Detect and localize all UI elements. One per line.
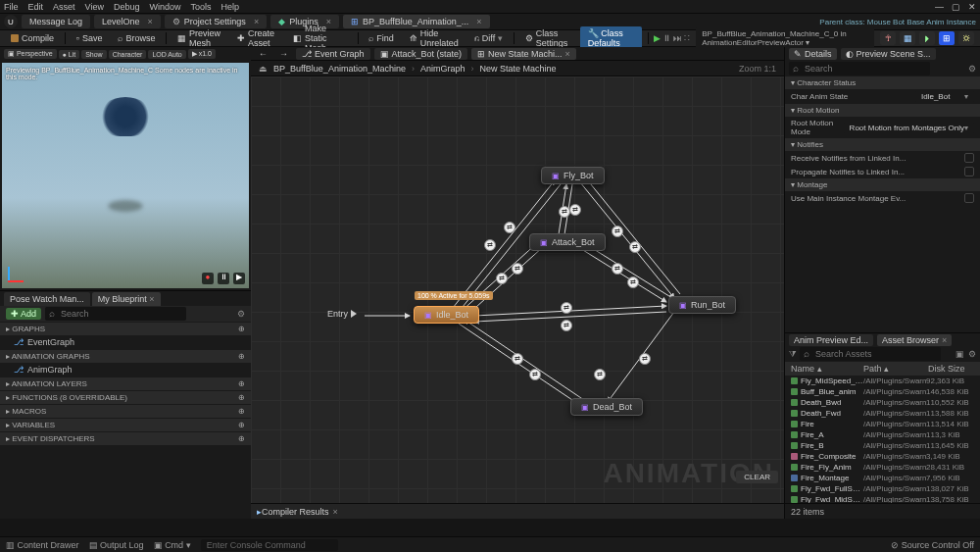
tree-group[interactable]: ▸ ANIMATION GRAPHS⊕: [0, 349, 251, 363]
state-node-run[interactable]: ▣Run_Bot: [668, 296, 736, 314]
preview-viewport[interactable]: Previewing BP_BuffBlue_Animation_Machine…: [2, 63, 249, 288]
filter-icon[interactable]: ⧩: [789, 349, 797, 360]
state-node-dead[interactable]: ▣Dead_Bot: [570, 398, 643, 416]
graph-tab-event[interactable]: ⎇Event Graph: [296, 48, 370, 60]
asset-row[interactable]: Fly_Fwd_MidSpeed/All/Plugins/Swarm138,75…: [785, 494, 980, 503]
compile-button[interactable]: Compile: [6, 31, 59, 45]
tab-asset-browser[interactable]: Asset Browser ×: [877, 334, 952, 346]
vp-lit[interactable]: ● Lit: [59, 50, 80, 59]
menu-debug[interactable]: Debug: [114, 2, 140, 12]
nav-back-button[interactable]: ←: [255, 48, 271, 60]
output-log-button[interactable]: ▤ Output Log: [89, 540, 144, 550]
menu-edit[interactable]: Edit: [28, 2, 44, 12]
state-machine-graph[interactable]: Entry 100 % Active for 5.059s ▣Idle_Bot …: [251, 76, 784, 503]
menu-view[interactable]: View: [85, 2, 104, 12]
asset-row[interactable]: Fire_Montage/All/Plugins/Swarm7,956 KiB: [785, 473, 980, 483]
checkbox[interactable]: [964, 193, 974, 203]
debug-object-selector[interactable]: BP_BuffBlue_Animation_Machine_C_0 in Ani…: [696, 27, 874, 49]
blueprint-search-input[interactable]: [45, 307, 186, 321]
tab-anim-preview[interactable]: Anim Preview Ed...: [789, 334, 873, 346]
asset-row[interactable]: Fire_A/All/Plugins/Swarm113,3 KiB: [785, 429, 980, 440]
transition-icon[interactable]: ⇄: [512, 263, 523, 275]
state-node-fly[interactable]: ▣Fly_Bot: [541, 167, 605, 184]
menu-help[interactable]: Help: [220, 2, 239, 12]
add-icon[interactable]: ⊕: [238, 379, 245, 388]
details-group[interactable]: ▾ Root Motion: [785, 104, 980, 117]
transition-icon[interactable]: ⇄: [561, 302, 572, 314]
tree-group[interactable]: ▸ FUNCTIONS (8 OVERRIDABLE)⊕: [0, 390, 251, 404]
dropdown[interactable]: Root Motion from Montages Only ▾: [844, 123, 974, 133]
asset-row[interactable]: Fire_B/All/Plugins/Swarm113,645 KiB: [785, 440, 980, 451]
details-group[interactable]: ▾ Montage: [785, 178, 980, 191]
editor-mode-anim[interactable]: ⏵: [919, 31, 935, 45]
tab-preview-scene[interactable]: ◐Preview Scene S...: [841, 48, 936, 60]
content-drawer-button[interactable]: ▥ Content Drawer: [6, 540, 79, 550]
checkbox[interactable]: [964, 167, 974, 176]
close-icon[interactable]: ×: [254, 17, 259, 26]
menu-window[interactable]: Window: [149, 2, 180, 12]
checkbox[interactable]: [964, 153, 974, 163]
editor-mode-skeleton[interactable]: ☥: [880, 31, 896, 45]
step-icon[interactable]: ⏭: [673, 33, 682, 43]
transition-icon[interactable]: ⇄: [594, 369, 606, 380]
asset-search-input[interactable]: [800, 347, 941, 361]
asset-list[interactable]: Fly_MidSpeed_FullSpeed/All/Plugins/Swarm…: [785, 376, 980, 503]
gear-icon[interactable]: ⚙: [968, 64, 976, 74]
transition-icon[interactable]: ⇄: [629, 241, 641, 253]
editor-mode-mesh[interactable]: ▦: [900, 31, 915, 45]
add-icon[interactable]: ⊕: [238, 407, 245, 416]
transition-icon[interactable]: ⇄: [529, 369, 541, 380]
transition-icon[interactable]: ⇄: [504, 222, 515, 233]
transition-icon[interactable]: ⇄: [484, 239, 496, 251]
tree-group[interactable]: ▸ EVENT DISPATCHERS⊕: [0, 431, 251, 445]
home-icon[interactable]: ⏏: [259, 64, 268, 74]
vp-lod[interactable]: LOD Auto: [148, 50, 185, 59]
pause-icon[interactable]: ⏸: [218, 273, 229, 284]
editor-mode-blueprint[interactable]: ⊞: [939, 31, 955, 45]
add-icon[interactable]: ⊕: [238, 393, 245, 402]
add-icon[interactable]: ⊕: [238, 434, 245, 443]
source-control-button[interactable]: ⊘ Source Control Off: [891, 540, 974, 550]
asset-row[interactable]: Fire/All/Plugins/Swarm113,514 KiB: [785, 419, 980, 429]
asset-row[interactable]: Buff_Blue_anim/All/Plugins/Swarm146,538 …: [785, 386, 980, 397]
asset-row[interactable]: Death_Bwd/All/Plugins/Swarm110,552 KiB: [785, 397, 980, 408]
folder-icon[interactable]: ▣: [956, 349, 964, 359]
add-button[interactable]: ✚ Add: [6, 308, 41, 320]
find-button[interactable]: ⌕Find: [364, 31, 399, 45]
close-icon[interactable]: ×: [565, 49, 570, 59]
window-close-icon[interactable]: ✕: [968, 2, 976, 12]
tab-pose-watch[interactable]: Pose Watch Man...: [4, 292, 90, 306]
tab-details[interactable]: ✎Details: [789, 48, 837, 60]
stop-icon[interactable]: ∷: [684, 33, 690, 43]
transition-icon[interactable]: ⇄: [639, 353, 651, 365]
transition-icon[interactable]: ⇄: [612, 226, 623, 237]
asset-row[interactable]: Fly_MidSpeed_FullSpeed/All/Plugins/Swarm…: [785, 376, 980, 386]
add-icon[interactable]: ⊕: [238, 325, 245, 333]
close-icon[interactable]: ×: [148, 17, 153, 26]
transition-icon[interactable]: ⇄: [561, 320, 572, 331]
tab-levelone[interactable]: LevelOne×: [94, 15, 161, 28]
next-frame-icon[interactable]: ▶: [233, 273, 245, 284]
state-node-attack[interactable]: ▣Attack_Bot: [529, 233, 606, 251]
tab-my-blueprint[interactable]: My Blueprint ×: [92, 292, 161, 306]
save-button[interactable]: ▫Save: [72, 31, 108, 45]
details-group[interactable]: ▾ Character Status: [785, 76, 980, 89]
graph-tab-state-machine[interactable]: ⊞New State Machi...×: [471, 48, 576, 60]
editor-mode-physics[interactable]: ⛭: [958, 31, 974, 45]
tree-item[interactable]: ⎇AnimGraph: [0, 363, 251, 376]
details-group[interactable]: ▾ Notifies: [785, 138, 980, 151]
vp-show[interactable]: Show: [81, 50, 107, 59]
asset-row[interactable]: Fire_Fly_Anim/All/Plugins/Swarm28,431 Ki…: [785, 462, 980, 473]
asset-table-header[interactable]: Name ▴ Path ▴ Disk Size: [785, 362, 980, 376]
tree-group[interactable]: ▸ VARIABLES⊕: [0, 418, 251, 431]
details-search-input[interactable]: [789, 62, 930, 75]
close-icon[interactable]: ×: [333, 507, 338, 517]
entry-node[interactable]: Entry: [327, 309, 357, 319]
menu-file[interactable]: File: [4, 2, 19, 12]
menu-tools[interactable]: Tools: [190, 2, 211, 12]
clear-button[interactable]: CLEAR: [736, 471, 778, 483]
state-node-idle[interactable]: 100 % Active for 5.059s ▣Idle_Bot: [414, 306, 479, 324]
close-icon[interactable]: ×: [942, 335, 947, 345]
cmd-selector[interactable]: ▣ Cmd ▾: [154, 540, 191, 550]
asset-row[interactable]: Fire_Composite/All/Plugins/Swarm3,149 Ki…: [785, 451, 980, 462]
